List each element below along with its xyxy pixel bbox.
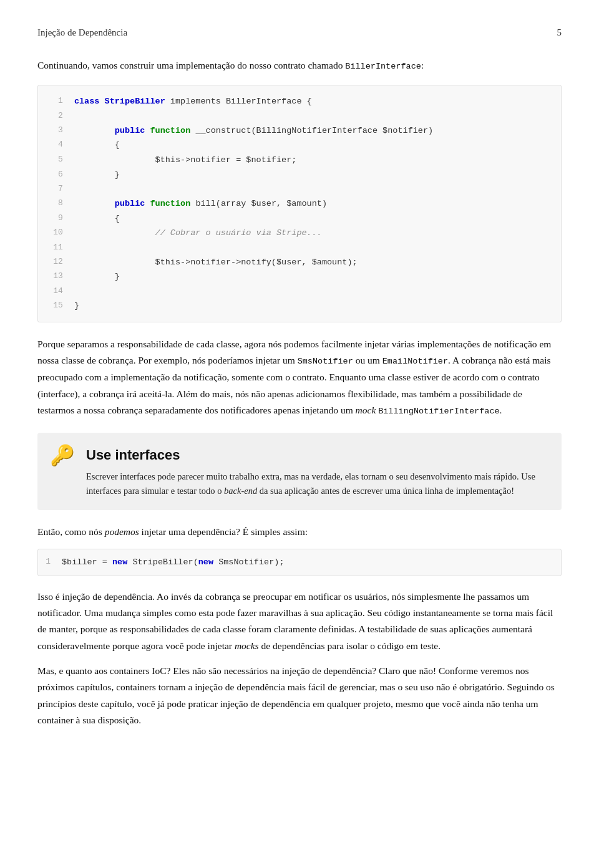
code2-line-code: $biller = new StripeBiller(new SmsNotifi… — [62, 556, 284, 569]
code-line-content: { — [74, 211, 551, 226]
header-line: Injeção de Dependência 5 — [37, 25, 562, 40]
code-line-num: 1 — [38, 94, 74, 109]
code-line-content: } — [74, 299, 551, 314]
intro-paragraph: Continuando, vamos construir uma impleme… — [37, 57, 562, 74]
code-line-content: public function __construct(BillingNotif… — [74, 123, 551, 138]
paragraph-1: Porque separamos a responsabilidade de c… — [37, 336, 562, 419]
code-line-num: 2 — [38, 109, 74, 123]
code-line-num: 11 — [38, 241, 74, 255]
code-line-content: { — [74, 138, 551, 153]
tip-box: 🔑 Use interfaces Escrever interfaces pod… — [37, 433, 562, 510]
code-block-2: 1 $biller = new StripeBiller(new SmsNoti… — [37, 549, 562, 576]
tip-content: Use interfaces Escrever interfaces pode … — [86, 444, 549, 499]
code-line-num: 8 — [38, 196, 74, 211]
tip-icon: 🔑 — [50, 445, 75, 465]
code-line-content — [74, 109, 551, 123]
header-title: Injeção de Dependência — [37, 25, 127, 40]
code-line-num: 5 — [38, 153, 74, 168]
code-line-content — [74, 284, 551, 299]
header-page: 5 — [557, 25, 562, 40]
question-paragraph: Então, como nós podemos injetar uma depe… — [37, 524, 562, 540]
code-line-content: // Cobrar o usuário via Stripe... — [74, 226, 551, 241]
code-line-content — [74, 182, 551, 196]
code-line-content: } — [74, 168, 551, 183]
code-line-num: 7 — [38, 182, 74, 196]
tip-text: Escrever interfaces pode parecer muito t… — [86, 470, 549, 498]
tip-title: Use interfaces — [86, 444, 549, 466]
code-line-num: 13 — [38, 269, 74, 284]
code-line-content: public function bill(array $user, $amoun… — [74, 196, 551, 211]
code2-line-num: 1 — [38, 556, 62, 569]
code-line-content: class StripeBiller implements BillerInte… — [74, 94, 551, 109]
paragraph-2: Isso é injeção de dependência. Ao invés … — [37, 589, 562, 654]
code-line-num: 6 — [38, 168, 74, 183]
code-line-num: 10 — [38, 226, 74, 241]
code-line-num: 9 — [38, 211, 74, 226]
code-block-1: 1class StripeBiller implements BillerInt… — [37, 85, 562, 322]
code-line-num: 14 — [38, 284, 74, 299]
code-line-content — [74, 241, 551, 255]
code-line-num: 15 — [38, 299, 74, 314]
code-line-num: 4 — [38, 138, 74, 153]
code-line-content: } — [74, 269, 551, 284]
code-line-num: 12 — [38, 255, 74, 270]
paragraph-3: Mas, e quanto aos containers IoC? Eles n… — [37, 663, 562, 728]
code-line-num: 3 — [38, 123, 74, 138]
code-line-content: $this->notifier = $notifier; — [74, 153, 551, 168]
code-line-content: $this->notifier->notify($user, $amount); — [74, 255, 551, 270]
